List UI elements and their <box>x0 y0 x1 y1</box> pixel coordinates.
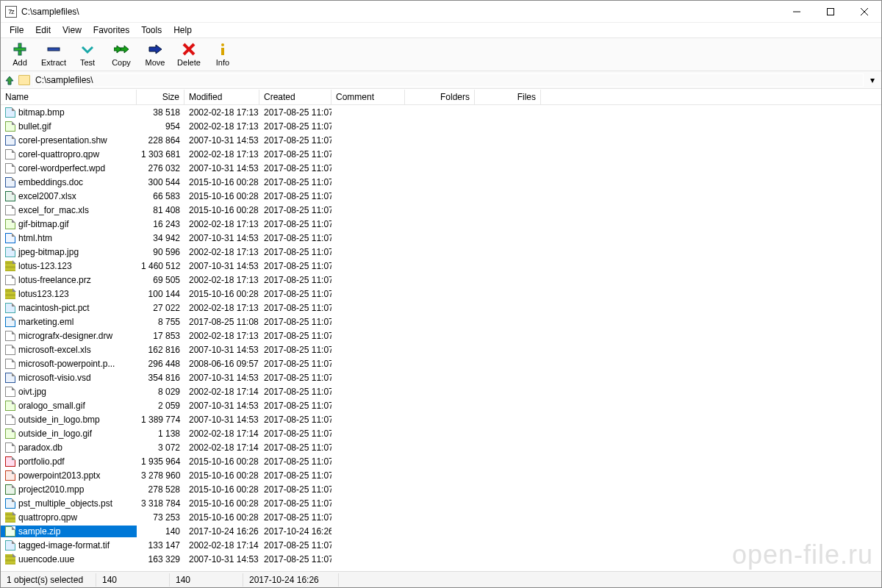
menu-file[interactable]: File <box>4 24 29 37</box>
file-icon <box>5 554 15 564</box>
file-row[interactable]: outside_in_logo.bmp1 389 7742007-10-31 1… <box>1 412 881 426</box>
file-row[interactable]: corel-presentation.shw228 8642007-10-31 … <box>1 133 881 147</box>
toolbar-add[interactable]: Add <box>4 40 36 69</box>
file-created: 2017-10-24 16:26 <box>259 526 331 537</box>
file-row[interactable]: outside_in_logo.gif1 1382002-02-18 17:14… <box>1 426 881 440</box>
toolbar-info-label: Info <box>216 58 229 67</box>
file-row[interactable]: sample.zip1402017-10-24 16:262017-10-24 … <box>1 524 881 538</box>
file-row[interactable]: quattropro.qpw73 2532015-10-16 00:282017… <box>1 510 881 524</box>
file-row[interactable]: microsoft-excel.xls162 8162007-10-31 14:… <box>1 343 881 356</box>
file-row[interactable]: jpeg-bitmap.jpg90 5962002-02-18 17:13201… <box>1 245 881 259</box>
file-size: 1 935 964 <box>137 456 184 467</box>
file-size: 276 032 <box>137 162 184 174</box>
file-created: 2017-08-25 11:07 <box>259 386 331 398</box>
menu-edit[interactable]: Edit <box>29 24 57 37</box>
toolbar-move[interactable]: Move <box>139 40 171 69</box>
file-name: corel-presentation.shw <box>18 135 107 146</box>
file-created: 2017-08-25 11:07 <box>259 176 331 188</box>
file-row[interactable]: bitmap.bmp38 5182002-02-18 17:132017-08-… <box>1 105 881 119</box>
maximize-button[interactable] <box>814 1 847 23</box>
file-row[interactable]: microsoft-visio.vsd354 8162007-10-31 14:… <box>1 370 881 384</box>
menu-help[interactable]: Help <box>168 24 198 37</box>
file-row[interactable]: project2010.mpp278 5282015-10-16 00:2820… <box>1 482 881 496</box>
file-size: 81 408 <box>137 204 184 216</box>
col-name[interactable]: Name <box>1 90 137 104</box>
toolbar-copy[interactable]: Copy <box>105 40 137 69</box>
file-modified: 2002-02-18 17:13 <box>184 107 259 118</box>
file-modified: 2015-10-16 00:28 <box>184 484 259 495</box>
svg-rect-13 <box>221 48 224 55</box>
col-folders[interactable]: Folders <box>405 90 475 104</box>
toolbar-test[interactable]: Test <box>71 40 104 69</box>
file-row[interactable]: lotus123.123100 1442015-10-16 00:282017-… <box>1 287 881 301</box>
file-created: 2017-08-25 11:07 <box>259 456 331 467</box>
file-row[interactable]: lotus-123.1231 460 5122007-10-31 14:5320… <box>1 259 881 273</box>
file-row[interactable]: powerpoint2013.pptx3 278 9602015-10-16 0… <box>1 468 881 482</box>
toolbar-add-label: Add <box>12 58 27 67</box>
file-name-cell: tagged-image-format.tif <box>1 539 137 551</box>
file-row[interactable]: uuencode.uue163 3292007-10-31 14:532017-… <box>1 552 881 566</box>
file-icon <box>5 429 15 439</box>
file-row[interactable]: excel2007.xlsx66 5832015-10-16 00:282017… <box>1 189 881 203</box>
file-name-cell: project2010.mpp <box>1 484 137 495</box>
toolbar-delete[interactable]: Delete <box>173 40 205 69</box>
file-modified: 2017-10-24 16:26 <box>184 526 259 537</box>
col-files[interactable]: Files <box>475 90 541 104</box>
file-row[interactable]: macintosh-pict.pct27 0222002-02-18 17:13… <box>1 301 881 315</box>
menu-view[interactable]: View <box>57 24 87 37</box>
file-name-cell: lotus-freelance.prz <box>1 274 137 286</box>
toolbar-delete-label: Delete <box>177 58 201 67</box>
delete-x-icon <box>182 42 196 57</box>
file-modified: 2017-08-25 11:08 <box>184 316 259 328</box>
up-folder-button[interactable] <box>4 74 15 86</box>
file-size: 3 318 784 <box>137 498 184 509</box>
col-size[interactable]: Size <box>137 90 184 104</box>
file-row[interactable]: microsoft-powerpoint.p...296 4482008-06-… <box>1 356 881 370</box>
file-list[interactable]: bitmap.bmp38 5182002-02-18 17:132017-08-… <box>1 105 881 571</box>
file-icon <box>5 219 15 229</box>
file-size: 69 505 <box>137 274 184 286</box>
file-row[interactable]: pst_multiple_objects.pst3 318 7842015-10… <box>1 496 881 510</box>
file-name-cell: uuencode.uue <box>1 553 137 565</box>
col-created[interactable]: Created <box>259 90 331 104</box>
file-row[interactable]: oralogo_small.gif2 0592007-10-31 14:5320… <box>1 398 881 412</box>
svg-point-12 <box>221 43 224 46</box>
file-icon <box>5 373 15 383</box>
file-row[interactable]: oivt.jpg8 0292002-02-18 17:142017-08-25 … <box>1 384 881 398</box>
info-icon <box>216 42 229 57</box>
file-row[interactable]: micrografx-designer.drw17 8532002-02-18 … <box>1 329 881 343</box>
app-icon: 7z <box>5 6 17 18</box>
file-icon <box>5 107 15 118</box>
address-bar: C:\samplefiles\ ▾ <box>1 71 881 89</box>
col-modified[interactable]: Modified <box>184 90 259 104</box>
file-row[interactable]: embeddings.doc300 5442015-10-16 00:28201… <box>1 175 881 189</box>
toolbar-info[interactable]: Info <box>207 40 239 69</box>
menu-tools[interactable]: Tools <box>135 24 168 37</box>
file-modified: 2007-10-31 14:53 <box>184 135 259 146</box>
file-row[interactable]: html.htm34 9422007-10-31 14:532017-08-25… <box>1 231 881 245</box>
file-row[interactable]: corel-quattropro.qpw1 303 6812002-02-18 … <box>1 147 881 161</box>
file-name: excel2007.xlsx <box>18 191 76 201</box>
toolbar-extract[interactable]: Extract <box>37 40 70 69</box>
file-row[interactable]: excel_for_mac.xls81 4082015-10-16 00:282… <box>1 203 881 217</box>
file-row[interactable]: bullet.gif9542002-02-18 17:132017-08-25 … <box>1 119 881 133</box>
file-row[interactable]: gif-bitmap.gif16 2432002-02-18 17:132017… <box>1 217 881 231</box>
col-comment[interactable]: Comment <box>331 90 405 104</box>
file-name: project2010.mpp <box>18 484 84 495</box>
file-icon <box>5 387 15 397</box>
close-button[interactable] <box>847 1 881 23</box>
file-modified: 2007-10-31 14:53 <box>184 232 259 244</box>
minimize-button[interactable] <box>780 1 814 23</box>
file-row[interactable]: portfolio.pdf1 935 9642015-10-16 00:2820… <box>1 454 881 468</box>
file-row[interactable]: tagged-image-format.tif133 1472002-02-18… <box>1 538 881 552</box>
path-input[interactable]: C:\samplefiles\ <box>33 74 864 87</box>
file-row[interactable]: marketing.eml8 7552017-08-25 11:082017-0… <box>1 315 881 329</box>
file-row[interactable]: corel-wordperfect.wpd276 0322007-10-31 1… <box>1 161 881 175</box>
file-size: 162 816 <box>137 344 184 356</box>
file-row[interactable]: paradox.db3 0722002-02-18 17:142017-08-2… <box>1 440 881 454</box>
file-modified: 2007-10-31 14:53 <box>184 162 259 174</box>
file-size: 3 278 960 <box>137 470 184 481</box>
file-row[interactable]: lotus-freelance.prz69 5052002-02-18 17:1… <box>1 273 881 287</box>
path-dropdown-icon[interactable]: ▾ <box>867 75 878 85</box>
menu-favorites[interactable]: Favorites <box>87 24 135 37</box>
